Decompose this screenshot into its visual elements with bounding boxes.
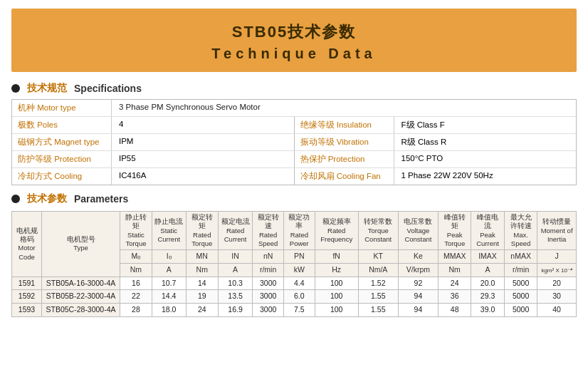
cell-code: 1593 [12, 303, 42, 316]
col11-sub: IMAX [471, 250, 505, 264]
col7-sub: fN [315, 250, 358, 264]
col13-sub: J [537, 250, 577, 264]
col-max-speed-header: 最大允许转速 Max. Speed [505, 212, 537, 250]
cell-v7: 100 [315, 277, 358, 290]
col-peak-current-header: 峰值电流 Peak Current [471, 212, 505, 250]
spec-row-poles: 极数 Poles 4 绝缘等级 Insulation F级 Class F [12, 117, 576, 134]
cell-v5: 3000 [253, 290, 284, 304]
cell-v11: 29.3 [471, 290, 505, 304]
cell-v9: 94 [398, 303, 439, 316]
header-title-en: Technique Data [11, 46, 577, 62]
col13-unit: kgm² X 10⁻⁴ [537, 264, 577, 277]
specs-section-title: 技术规范 Specifications [11, 82, 577, 95]
cell-v1: 16 [120, 277, 152, 290]
spec-value-insulation: F级 Class F [394, 117, 452, 133]
cell-v13: 20 [537, 277, 577, 290]
cell-code: 1591 [12, 277, 42, 290]
table-row: 1593STB05C-28-3000-4A2818.02416.930007.5… [12, 303, 577, 316]
col10-unit: Nm [439, 264, 471, 277]
cell-v10: 24 [439, 277, 471, 290]
cell-v12: 5000 [505, 277, 537, 290]
col9-unit: V/krpm [398, 264, 439, 277]
col-inertia-header: 转动惯量 Moment of Inertia [537, 212, 577, 250]
cell-type: STB05C-28-3000-4A [42, 303, 120, 316]
cell-v10: 48 [439, 303, 471, 316]
spec-value-cooling: IC416A [112, 168, 153, 185]
col9-sub: Ke [398, 250, 439, 264]
params-label-en: Parameters [74, 193, 128, 205]
cell-v11: 20.0 [471, 277, 505, 290]
col2-sub: I₀ [152, 250, 186, 264]
specs-grid: 机种 Motor type 3 Phase PM Synchronous Ser… [11, 99, 577, 185]
spec-right-insulation: 绝缘等级 Insulation F级 Class F [295, 117, 577, 133]
col3-sub: MN [186, 250, 218, 264]
col-rated-power-header: 额定功率 Rated Power [284, 212, 315, 250]
spec-label-magnet: 磁钢方式 Magnet type [12, 134, 112, 150]
col12-unit: r/min [505, 264, 537, 277]
cell-v1: 22 [120, 290, 152, 304]
col4-unit: A [219, 264, 253, 277]
cell-v2: 18.0 [152, 303, 186, 316]
col-rated-freq-header: 额定频率 Rated Frequency [315, 212, 358, 250]
cell-v4: 10.3 [219, 277, 253, 290]
specs-label-cn: 技术规范 [27, 82, 67, 95]
spec-value-thermal: 150°C PTO [394, 151, 451, 167]
spec-value-vibration: R级 Class R [394, 134, 454, 150]
spec-row-magnet: 磁钢方式 Magnet type IPM 振动等级 Vibration R级 C… [12, 134, 576, 151]
cell-v13: 30 [537, 290, 577, 304]
spec-value-motortype: 3 Phase PM Synchronous Servo Motor [112, 100, 268, 116]
cell-v4: 16.9 [219, 303, 253, 316]
col10-sub: MMAX [439, 250, 471, 264]
bullet-icon-2 [11, 195, 20, 203]
spec-value-protection: IP55 [112, 151, 143, 167]
cell-v12: 5000 [505, 290, 537, 304]
params-table: 电机规格码 Motor Code 电机型号 Type 静止转矩 Static T… [11, 211, 577, 317]
col8-unit: Nm/A [358, 264, 398, 277]
col-torque-const-header: 转矩常数 Torque Constant [358, 212, 398, 250]
col-rated-torque-header: 额定转矩 Rated Torque [186, 212, 218, 250]
col3-unit: Nm [186, 264, 218, 277]
motor-code-header: 电机规格码 Motor Code [12, 212, 42, 277]
spec-label-protection: 防护等级 Protection [12, 151, 112, 167]
col4-sub: IN [219, 250, 253, 264]
spec-left-magnet: 磁钢方式 Magnet type IPM [12, 134, 295, 150]
spec-label-cooling: 冷却方式 Cooling [12, 168, 112, 185]
spec-value-magnet: IPM [112, 134, 140, 150]
cell-v8: 1.52 [358, 277, 398, 290]
col11-unit: A [471, 264, 505, 277]
col5-unit: r/min [253, 264, 284, 277]
col1-unit: Nm [120, 264, 152, 277]
col6-unit: kW [284, 264, 315, 277]
bullet-icon [11, 84, 20, 93]
spec-left-protection: 防护等级 Protection IP55 [12, 151, 295, 167]
cell-v9: 94 [398, 290, 439, 304]
cell-v10: 36 [439, 290, 471, 304]
spec-right-vibration: 振动等级 Vibration R级 Class R [295, 134, 577, 150]
col-static-current-header: 静止电流 Static Current [152, 212, 186, 250]
cell-v4: 13.5 [219, 290, 253, 304]
cell-type: STB05A-16-3000-4A [42, 277, 120, 290]
spec-label-thermal: 热保护 Protection [295, 151, 394, 167]
cell-v2: 10.7 [152, 277, 186, 290]
spec-value-fan: 1 Phase 22W 220V 50Hz [394, 168, 500, 185]
spec-right-thermal: 热保护 Protection 150°C PTO [295, 151, 577, 167]
cell-v8: 1.55 [358, 290, 398, 304]
params-label-cn: 技术参数 [27, 192, 67, 205]
spec-label-vibration: 振动等级 Vibration [295, 134, 394, 150]
cell-code: 1592 [12, 290, 42, 304]
spec-row-cooling: 冷却方式 Cooling IC416A 冷却风扇 Cooling Fan 1 P… [12, 168, 576, 185]
col-rated-current-header: 额定电流 Rated Current [219, 212, 253, 250]
cell-v3: 14 [186, 277, 218, 290]
col8-sub: KT [358, 250, 398, 264]
spec-row-motortype: 机种 Motor type 3 Phase PM Synchronous Ser… [12, 100, 576, 117]
params-table-container: 电机规格码 Motor Code 电机型号 Type 静止转矩 Static T… [11, 211, 577, 317]
cell-v5: 3000 [253, 277, 284, 290]
motor-type-header: 电机型号 Type [42, 212, 120, 277]
cell-v7: 100 [315, 303, 358, 316]
col7-unit: Hz [315, 264, 358, 277]
specs-label-en: Specifications [74, 83, 142, 94]
col5-sub: nN [253, 250, 284, 264]
cell-v1: 28 [120, 303, 152, 316]
cell-v11: 39.0 [471, 303, 505, 316]
col1-sub: M₀ [120, 250, 152, 264]
